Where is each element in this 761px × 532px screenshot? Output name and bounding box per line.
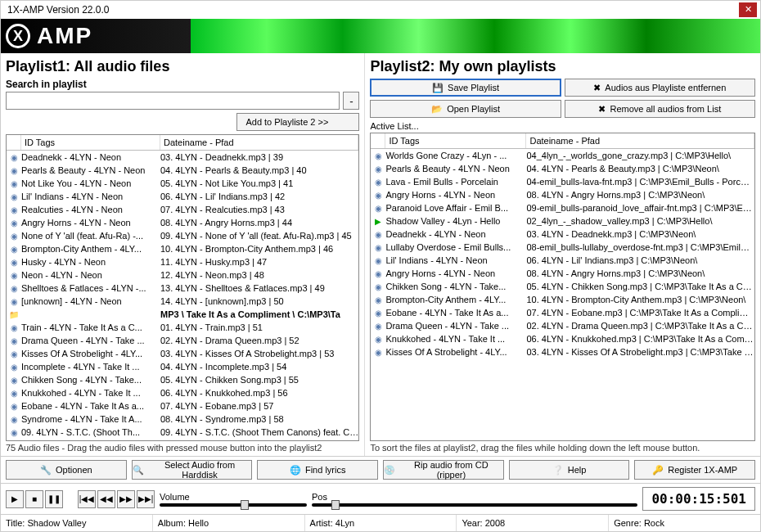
playlist1-col-filename[interactable]: Dateiname - Pfad: [160, 135, 358, 150]
list-item[interactable]: ◉Deadnekk - 4LYN - Neon03. 4LYN - Deadne…: [371, 228, 754, 241]
list-item[interactable]: ◉Eobane - 4LYN - Take It As a...07. 4LYN…: [7, 399, 358, 413]
options-button[interactable]: 🔧Optionen: [6, 460, 127, 480]
list-item[interactable]: ◉Eobane - 4LYN - Take It As a...07. 4LYN…: [371, 306, 754, 319]
list-item[interactable]: ◉Not Like You - 4LYN - Neon05. 4LYN - No…: [7, 177, 358, 190]
info-year: Year: 2008: [457, 515, 609, 531]
playlist1-col-idtags[interactable]: ID Tags: [21, 135, 160, 150]
list-item[interactable]: ▶Shadow Valley - 4Lyn - Hello02_4lyn_-_s…: [371, 214, 754, 228]
list-item-filename: 08. 4LYN - Angry Horns.mp3 | C:\MP3\Neon…: [526, 268, 754, 278]
rewind-button[interactable]: ◀◀: [97, 490, 115, 508]
list-item-idtag: Shelltoes & Fatlaces - 4LYN -...: [21, 283, 160, 293]
list-item[interactable]: ◉Chikken Song - 4LYN - Take...05. 4LYN -…: [7, 373, 358, 386]
register-button[interactable]: 🔑Register 1X-AMP: [634, 460, 755, 480]
list-item[interactable]: ◉Chikken Song - 4LYN - Take...05. 4LYN -…: [371, 280, 754, 293]
list-item[interactable]: ◉Paranoid Love Affair - Emil B...09-emil…: [371, 201, 754, 214]
list-item[interactable]: ◉Neon - 4LYN - Neon12. 4LYN - Neon.mp3 |…: [7, 268, 358, 282]
list-item[interactable]: ◉None of Y 'all (feat. Afu-Ra) -...09. 4…: [7, 229, 358, 242]
disc-icon: ◉: [371, 151, 385, 160]
list-item-filename: 08. 4LYN - Angry Horns.mp3 | C:\MP3\Neon…: [526, 190, 754, 200]
disc-icon: ◉: [371, 309, 385, 318]
list-item[interactable]: ◉Angry Horns - 4LYN - Neon08. 4LYN - Ang…: [371, 267, 754, 280]
pause-button[interactable]: ❚❚: [45, 490, 63, 508]
list-item[interactable]: ◉[unknown] - 4LYN - Neon14. 4LYN - [unkn…: [7, 295, 358, 308]
position-label: Pos: [312, 492, 637, 502]
list-item[interactable]: ◉Knukkohed - 4LYN - Take It ...06. 4LYN …: [7, 386, 358, 399]
list-item[interactable]: ◉Kisses Of A Strobelight - 4LY...03. 4LY…: [7, 347, 358, 360]
list-item[interactable]: ◉Realcuties - 4LYN - Neon07. 4LYN - Real…: [7, 203, 358, 216]
remove-icon: ✖: [593, 83, 601, 93]
list-item[interactable]: ◉Husky - 4LYN - Neon11. 4LYN - Husky.mp3…: [7, 255, 358, 268]
save-playlist-button[interactable]: 💾 Save Playlist: [370, 79, 561, 97]
disc-icon: ◉: [7, 205, 21, 214]
folder-icon: 📁: [7, 310, 21, 319]
open-playlist-label: Open Playlist: [447, 104, 500, 114]
list-item[interactable]: ◉Pearls & Beauty - 4LYN - Neon04. 4LYN -…: [7, 164, 358, 177]
select-audio-harddisk-button[interactable]: 🔍Select Audio from Harddisk: [132, 460, 253, 480]
app-brand: AMP: [37, 23, 92, 49]
remove-all-button[interactable]: ✖ Remove all audios from List: [565, 100, 755, 118]
list-item[interactable]: ◉Take It As A Compliment - 4L10. 4LYN - …: [7, 439, 358, 440]
window-title: 1X-AMP Version 22.0.0: [4, 4, 739, 16]
next-track-button[interactable]: ▶▶|: [137, 490, 155, 508]
list-item[interactable]: ◉Drama Queen - 4LYN - Take ...02. 4LYN -…: [371, 319, 754, 332]
help-button[interactable]: ❔Help: [509, 460, 630, 480]
remove-selected-button[interactable]: ✖ Audios aus Playliste entfernen: [565, 79, 755, 97]
list-item[interactable]: ◉Train - 4LYN - Take It As a C...01. 4LY…: [7, 321, 358, 334]
list-item[interactable]: ◉Pearls & Beauty - 4LYN - Neon04. 4LYN -…: [371, 162, 754, 175]
list-item-filename: 10. 4LYN - Brompton-City Anthem.mp3 | C:…: [526, 295, 754, 304]
find-lyrics-button[interactable]: 🌐Find lyrics: [257, 460, 378, 480]
list-item-filename: 02. 4LYN - Drama Queen.mp3 | C:\MP3\Take…: [526, 321, 754, 331]
list-item[interactable]: ◉09. 4LYN - S.T.C. (Shoot Th...09. 4LYN …: [7, 426, 358, 439]
play-button[interactable]: ▶: [6, 490, 24, 508]
prev-track-button[interactable]: |◀◀: [78, 490, 96, 508]
list-item[interactable]: ◉Lil' Indians - 4LYN - Neon06. 4LYN - Li…: [7, 190, 358, 203]
list-item-idtag: Eobane - 4LYN - Take It As a...: [21, 401, 160, 411]
list-item-idtag: Angry Horns - 4LYN - Neon: [21, 218, 160, 228]
disc-icon: ◉: [7, 389, 21, 398]
volume-slider[interactable]: [160, 503, 307, 507]
list-item[interactable]: ◉Deadnekk - 4LYN - Neon03. 4LYN - Deadne…: [7, 151, 358, 164]
list-item[interactable]: ◉Angry Horns - 4LYN - Neon08. 4LYN - Ang…: [7, 216, 358, 229]
list-item[interactable]: ◉Kisses Of A Strobelight - 4LY...03. 4LY…: [371, 345, 754, 358]
list-item[interactable]: ◉Lava - Emil Bulls - Porcelain04-emil_bu…: [371, 175, 754, 188]
list-item-idtag: Drama Queen - 4LYN - Take ...: [385, 321, 526, 331]
info-album: Album: Hello: [153, 515, 305, 531]
list-item[interactable]: ◉Lullaby Overdose - Emil Bulls...08-emil…: [371, 241, 754, 254]
list-item-filename: 06. 4LYN - Knukkohed.mp3 | C:\MP3\Take I…: [526, 334, 754, 344]
list-item[interactable]: ◉Syndrome - 4LYN - Take It A...08. 4LYN …: [7, 413, 358, 426]
disc-icon: ◉: [7, 179, 21, 188]
list-item[interactable]: ◉Brompton-City Anthem - 4LY...10. 4LYN -…: [371, 293, 754, 306]
disc-icon: ◉: [371, 165, 385, 174]
list-item-filename: 02. 4LYN - Drama Queen.mp3 | 52: [160, 336, 358, 345]
info-artist: Artist: 4Lyn: [305, 515, 457, 531]
search-input[interactable]: [6, 92, 340, 110]
list-item-filename: 09. 4LYN - S.T.C. (Shoot Them Canons) fe…: [160, 427, 358, 437]
list-item[interactable]: 📁MP3 \ Take It As a Compliment \ C:\MP3\…: [7, 308, 358, 321]
disc-icon: ◉: [371, 243, 385, 252]
clear-search-button[interactable]: -: [343, 92, 359, 110]
position-slider[interactable]: [312, 503, 637, 507]
open-playlist-button[interactable]: 📂 Open Playlist: [370, 100, 561, 118]
list-item[interactable]: ◉Lil' Indians - 4LYN - Neon06. 4LYN - Li…: [371, 254, 754, 267]
list-item[interactable]: ◉Angry Horns - 4LYN - Neon08. 4LYN - Ang…: [371, 188, 754, 201]
disc-icon: ◉: [371, 348, 385, 357]
playlist2-col-filename[interactable]: Dateiname - Pfad: [526, 133, 754, 148]
disc-icon: ◉: [7, 245, 21, 254]
list-item[interactable]: ◉Shelltoes & Fatlaces - 4LYN -...13. 4LY…: [7, 282, 358, 295]
volume-label: Volume: [160, 492, 307, 502]
list-item-idtag: Knukkohed - 4LYN - Take It ...: [385, 334, 526, 344]
playlist2-col-idtags[interactable]: ID Tags: [385, 133, 526, 148]
list-item[interactable]: ◉Knukkohed - 4LYN - Take It ...06. 4LYN …: [371, 332, 754, 345]
list-item[interactable]: ◉Brompton-City Anthem - 4LY...10. 4LYN -…: [7, 242, 358, 255]
playlist2-list[interactable]: ID Tags Dateiname - Pfad ◉Worlds Gone Cr…: [370, 133, 755, 441]
stop-button[interactable]: ■: [25, 490, 43, 508]
app-banner: X AMP: [1, 19, 760, 53]
rip-audio-button[interactable]: 💿Rip audio from CD (ripper): [383, 460, 504, 480]
playlist1-list[interactable]: ID Tags Dateiname - Pfad ◉Deadnekk - 4LY…: [6, 134, 359, 441]
list-item[interactable]: ◉Worlds Gone Crazy - 4Lyn - ...04_4lyn_-…: [371, 149, 754, 162]
window-close-button[interactable]: ✕: [739, 2, 757, 17]
list-item[interactable]: ◉Incomplete - 4LYN - Take It ...04. 4LYN…: [7, 360, 358, 373]
forward-button[interactable]: ▶▶: [117, 490, 135, 508]
list-item[interactable]: ◉Drama Queen - 4LYN - Take ...02. 4LYN -…: [7, 334, 358, 347]
add-to-playlist2-button[interactable]: Add to Playliste 2 >>: [236, 113, 359, 131]
